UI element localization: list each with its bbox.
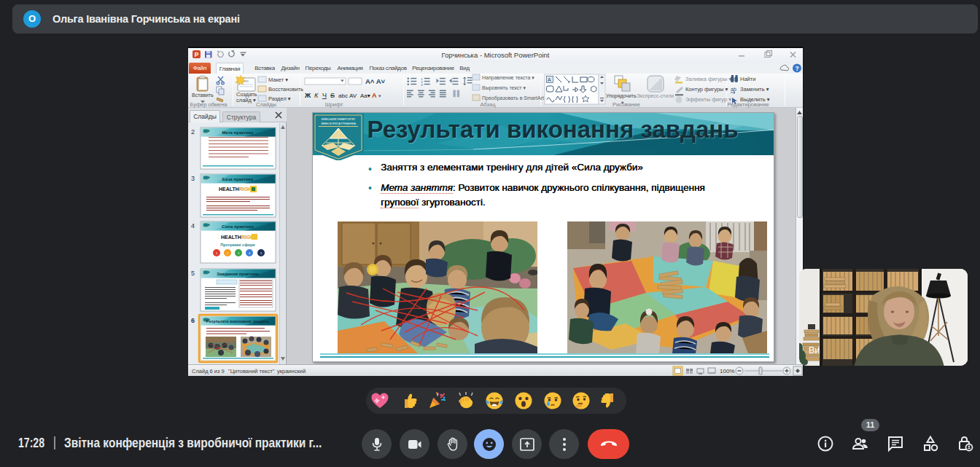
svg-text:Контур фигуры ▾: Контур фигуры ▾ bbox=[685, 86, 728, 93]
svg-text:слайд ▾: слайд ▾ bbox=[236, 97, 256, 103]
svg-text:Результати виконання завдань: Результати виконання завдань bbox=[206, 319, 270, 323]
svg-text:Ж: Ж bbox=[304, 92, 311, 99]
svg-text:Мета практики: Мета практики bbox=[222, 130, 253, 135]
svg-text:Вставить: Вставить bbox=[192, 93, 214, 98]
svg-text:Найти: Найти bbox=[740, 76, 755, 82]
svg-text:▾: ▾ bbox=[378, 93, 381, 98]
svg-text:abc: abc bbox=[338, 93, 348, 99]
svg-text:ab: ab bbox=[731, 87, 736, 92]
svg-text:К: К bbox=[314, 92, 319, 99]
svg-text:КИЇВСЬКИЙ УНІВЕРСИТЕТ: КИЇВСЬКИЙ УНІВЕРСИТЕТ bbox=[322, 118, 356, 121]
svg-text:HEALTHRIGHT: HEALTHRIGHT bbox=[219, 187, 255, 192]
svg-text:6: 6 bbox=[191, 317, 195, 324]
svg-text:A˄ A˅: A˄ A˅ bbox=[365, 77, 386, 85]
svg-text:S: S bbox=[330, 92, 335, 99]
svg-text:Преобразовать в SmartArt ▾: Преобразовать в SmartArt ▾ bbox=[482, 95, 548, 101]
svg-text:Заливка фигуры ▾: Заливка фигуры ▾ bbox=[685, 76, 731, 82]
svg-text:Aa▾: Aa▾ bbox=[360, 93, 370, 99]
svg-text:Выровнять текст ▾: Выровнять текст ▾ bbox=[482, 85, 526, 91]
svg-text:Сила практики: Сила практики bbox=[222, 224, 254, 229]
svg-text:A: A bbox=[372, 92, 377, 99]
svg-text:Экспресс-стили: Экспресс-стили bbox=[637, 93, 674, 99]
svg-text:Восстановить: Восстановить bbox=[268, 86, 303, 93]
svg-text:Направление текста ▾: Направление текста ▾ bbox=[482, 75, 534, 81]
svg-text:Ч: Ч bbox=[322, 92, 327, 99]
svg-text:100%: 100% bbox=[720, 368, 734, 374]
svg-text:Выделить ▾: Выделить ▾ bbox=[740, 96, 770, 103]
svg-text:3: 3 bbox=[421, 83, 423, 87]
svg-text:Програмні сфери: Програмні сфери bbox=[220, 243, 254, 247]
svg-text:▾: ▾ bbox=[621, 100, 624, 105]
svg-text:5: 5 bbox=[191, 270, 195, 277]
svg-text:Заменить ▾: Заменить ▾ bbox=[740, 86, 769, 93]
svg-text:Макет ▾: Макет ▾ bbox=[268, 76, 288, 83]
svg-text:AV: AV bbox=[349, 93, 357, 99]
svg-text:2: 2 bbox=[191, 128, 195, 136]
svg-text:Раздел ▾: Раздел ▾ bbox=[268, 95, 291, 102]
svg-text:База практики: База практики bbox=[222, 177, 254, 181]
svg-text:ІМЕНІ БОРИСА ГРІНЧЕНКА: ІМЕНІ БОРИСА ГРІНЧЕНКА bbox=[321, 122, 356, 125]
svg-text:A: A bbox=[548, 77, 551, 82]
svg-text:3: 3 bbox=[191, 175, 195, 182]
svg-text:?: ? bbox=[795, 65, 798, 72]
svg-text:4: 4 bbox=[191, 222, 195, 229]
svg-text:Эффекты фигур ▾: Эффекты фигур ▾ bbox=[685, 96, 731, 103]
svg-text:Завдання практики: Завдання практики bbox=[217, 272, 259, 276]
svg-text:Упорядочить: Упорядочить bbox=[606, 93, 637, 99]
